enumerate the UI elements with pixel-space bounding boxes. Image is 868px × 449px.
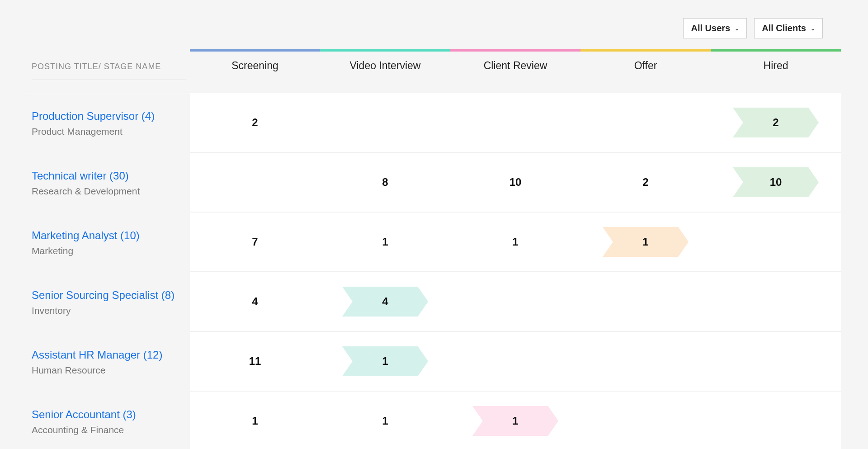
cell-video[interactable]: 4 (320, 272, 450, 332)
header-row-label-cell: POSTING TITLE/ STAGE NAME (27, 49, 190, 93)
cell-value: 8 (382, 176, 388, 189)
stage-badge[interactable]: 2 (733, 108, 819, 137)
cell-screening (190, 153, 320, 213)
stage-header-client: Client Review (450, 49, 580, 93)
cell-video (320, 93, 450, 153)
cell-client (450, 93, 580, 153)
posting-title-link[interactable]: Assistant HR Manager (12) (32, 348, 185, 362)
chevron-down-icon: ⌄ (735, 25, 739, 32)
cell-screening[interactable]: 11 (190, 332, 320, 392)
stage-badge-value: 1 (382, 355, 388, 368)
filter-clients-dropdown[interactable]: All Clients ⌄ (754, 18, 823, 38)
stage-badge[interactable]: 1 (472, 406, 558, 436)
cell-value: 1 (512, 236, 518, 248)
stage-badge[interactable]: 4 (342, 287, 428, 317)
cell-value: 10 (509, 176, 522, 189)
cell-screening[interactable]: 1 (190, 392, 320, 449)
filter-bar: All Users ⌄ All Clients ⌄ (27, 18, 841, 38)
cell-client (450, 272, 580, 332)
cell-hired[interactable]: 10 (711, 153, 841, 213)
posting-row-header: Assistant HR Manager (12)Human Resource (27, 332, 190, 392)
cell-hired (711, 272, 841, 332)
cell-hired (711, 213, 841, 272)
cell-hired (711, 392, 841, 449)
stage-header-offer: Offer (580, 49, 711, 93)
stage-header-label: Video Interview (350, 60, 421, 71)
cell-value: 2 (642, 176, 648, 189)
stage-badge[interactable]: 1 (603, 227, 689, 257)
chevron-down-icon: ⌄ (811, 25, 815, 32)
stage-header-video: Video Interview (320, 49, 450, 93)
stage-header-label: Client Review (484, 60, 547, 71)
cell-client[interactable]: 1 (450, 392, 580, 449)
cell-offer[interactable]: 2 (580, 153, 711, 213)
cell-offer (580, 332, 711, 392)
stage-header-screening: Screening (190, 49, 320, 93)
posting-title-link[interactable]: Senior Accountant (3) (32, 407, 185, 421)
stage-badge-value: 1 (642, 236, 648, 248)
stage-badge[interactable]: 1 (342, 346, 428, 376)
cell-video[interactable]: 1 (320, 392, 450, 449)
cell-screening[interactable]: 4 (190, 272, 320, 332)
cell-screening[interactable]: 7 (190, 213, 320, 272)
stage-badge-value: 10 (770, 176, 782, 189)
posting-title-link[interactable]: Marketing Analyst (10) (32, 228, 185, 242)
cell-offer (580, 392, 711, 449)
cell-value: 4 (252, 295, 258, 308)
pipeline-grid: POSTING TITLE/ STAGE NAME Screening Vide… (27, 49, 841, 449)
stage-badge-value: 2 (773, 116, 778, 129)
posting-department: Inventory (32, 305, 185, 316)
stage-header-hired: Hired (711, 49, 841, 93)
posting-row-header: Senior Accountant (3)Accounting & Financ… (27, 392, 190, 449)
cell-value: 1 (252, 415, 258, 427)
posting-row-header: Technical writer (30)Research & Developm… (27, 153, 190, 213)
cell-offer[interactable]: 1 (580, 213, 711, 272)
stage-badge[interactable]: 10 (733, 167, 819, 197)
pipeline-dashboard: All Users ⌄ All Clients ⌄ POSTING TITLE/… (0, 0, 868, 449)
cell-client (450, 332, 580, 392)
filter-users-label: All Users (691, 23, 730, 33)
cell-hired[interactable]: 2 (711, 93, 841, 153)
cell-value: 7 (252, 236, 258, 248)
cell-offer (580, 93, 711, 153)
stage-header-label: Hired (764, 60, 788, 71)
posting-title-link[interactable]: Technical writer (30) (32, 169, 185, 183)
cell-value: 11 (249, 355, 261, 368)
filter-users-dropdown[interactable]: All Users ⌄ (683, 18, 747, 38)
cell-offer (580, 272, 711, 332)
stage-header-label: Screening (231, 60, 278, 71)
posting-row-header: Senior Sourcing Specialist (8)Inventory (27, 272, 190, 332)
posting-row-header: Production Supervisor (4)Product Managem… (27, 93, 190, 153)
posting-row-header: Marketing Analyst (10)Marketing (27, 213, 190, 272)
posting-title-link[interactable]: Production Supervisor (4) (32, 109, 185, 123)
posting-department: Human Resource (32, 365, 185, 376)
header-row-label: POSTING TITLE/ STAGE NAME (32, 62, 186, 80)
cell-video[interactable]: 1 (320, 332, 450, 392)
cell-video[interactable]: 8 (320, 153, 450, 213)
stage-badge-value: 4 (382, 295, 388, 308)
cell-client[interactable]: 1 (450, 213, 580, 272)
cell-value: 1 (382, 236, 388, 248)
cell-hired (711, 332, 841, 392)
cell-screening[interactable]: 2 (190, 93, 320, 153)
posting-department: Accounting & Finance (32, 425, 185, 435)
stage-header-label: Offer (634, 60, 657, 71)
filter-clients-label: All Clients (762, 23, 806, 33)
posting-department: Product Management (32, 126, 185, 137)
cell-client[interactable]: 10 (450, 153, 580, 213)
posting-department: Research & Development (32, 186, 185, 197)
cell-video[interactable]: 1 (320, 213, 450, 272)
stage-badge-value: 1 (512, 415, 518, 427)
cell-value: 1 (382, 415, 388, 427)
posting-department: Marketing (32, 246, 185, 256)
posting-title-link[interactable]: Senior Sourcing Specialist (8) (32, 288, 185, 302)
cell-value: 2 (252, 116, 258, 129)
